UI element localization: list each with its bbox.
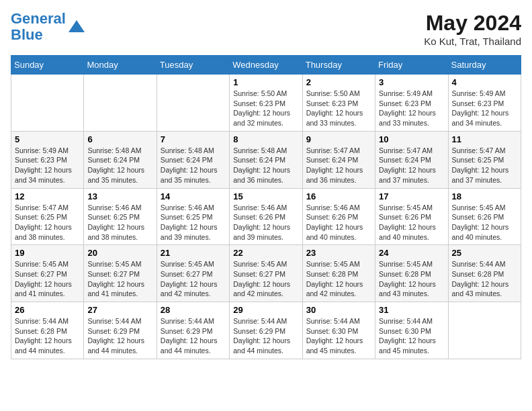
day-number: 19 — [15, 248, 80, 258]
day-info: Sunrise: 5:46 AMSunset: 6:26 PMDaylight:… — [306, 203, 371, 242]
logo: General Blue — [11, 11, 86, 43]
calendar-week-2: 5Sunrise: 5:49 AMSunset: 6:23 PMDaylight… — [11, 131, 521, 188]
day-info: Sunrise: 5:50 AMSunset: 6:23 PMDaylight:… — [233, 89, 298, 128]
day-number: 7 — [161, 134, 226, 144]
day-info: Sunrise: 5:45 AMSunset: 6:27 PMDaylight:… — [161, 259, 226, 299]
calendar-cell: 6Sunrise: 5:48 AMSunset: 6:24 PMDaylight… — [84, 131, 157, 188]
day-number: 28 — [161, 305, 226, 315]
day-number: 27 — [87, 305, 152, 315]
calendar-cell: 17Sunrise: 5:45 AMSunset: 6:26 PMDayligh… — [375, 188, 448, 245]
weekday-header-wednesday: Wednesday — [230, 56, 302, 75]
day-number: 8 — [233, 134, 298, 144]
day-info: Sunrise: 5:47 AMSunset: 6:24 PMDaylight:… — [379, 146, 444, 185]
day-info: Sunrise: 5:44 AMSunset: 6:29 PMDaylight:… — [161, 316, 226, 356]
day-number: 23 — [306, 248, 371, 258]
calendar-cell: 9Sunrise: 5:47 AMSunset: 6:24 PMDaylight… — [302, 131, 375, 188]
day-number: 2 — [306, 77, 371, 87]
calendar-week-1: 1Sunrise: 5:50 AMSunset: 6:23 PMDaylight… — [11, 75, 521, 132]
calendar-cell: 20Sunrise: 5:45 AMSunset: 6:27 PMDayligh… — [84, 245, 157, 302]
day-number: 17 — [379, 191, 444, 201]
calendar-cell: 5Sunrise: 5:49 AMSunset: 6:23 PMDaylight… — [11, 131, 84, 188]
calendar-cell: 26Sunrise: 5:44 AMSunset: 6:28 PMDayligh… — [11, 302, 84, 359]
calendar-cell: 19Sunrise: 5:45 AMSunset: 6:27 PMDayligh… — [11, 245, 84, 302]
day-number: 15 — [233, 191, 298, 201]
day-number: 30 — [306, 305, 371, 315]
month-year-title: May 2024 — [424, 11, 521, 36]
day-info: Sunrise: 5:45 AMSunset: 6:27 PMDaylight:… — [87, 259, 152, 299]
day-number: 3 — [379, 77, 444, 87]
day-number: 31 — [379, 305, 444, 315]
day-info: Sunrise: 5:45 AMSunset: 6:28 PMDaylight:… — [379, 259, 444, 299]
day-info: Sunrise: 5:45 AMSunset: 6:27 PMDaylight:… — [233, 259, 298, 299]
weekday-header-row: SundayMondayTuesdayWednesdayThursdayFrid… — [11, 56, 521, 75]
logo-general: General — [11, 10, 66, 27]
calendar-cell — [157, 75, 229, 132]
day-number: 21 — [161, 248, 226, 258]
weekday-header-sunday: Sunday — [11, 56, 84, 75]
calendar-cell: 16Sunrise: 5:46 AMSunset: 6:26 PMDayligh… — [302, 188, 375, 245]
weekday-header-monday: Monday — [84, 56, 157, 75]
calendar-cell: 12Sunrise: 5:47 AMSunset: 6:25 PMDayligh… — [11, 188, 84, 245]
logo-text: General Blue — [11, 11, 66, 43]
calendar-week-3: 12Sunrise: 5:47 AMSunset: 6:25 PMDayligh… — [11, 188, 521, 245]
logo-icon — [67, 17, 86, 36]
day-info: Sunrise: 5:49 AMSunset: 6:23 PMDaylight:… — [379, 89, 444, 128]
day-info: Sunrise: 5:48 AMSunset: 6:24 PMDaylight:… — [87, 146, 152, 185]
day-number: 12 — [15, 191, 80, 201]
calendar-cell: 3Sunrise: 5:49 AMSunset: 6:23 PMDaylight… — [375, 75, 448, 132]
day-info: Sunrise: 5:45 AMSunset: 6:28 PMDaylight:… — [306, 259, 371, 299]
calendar-cell: 2Sunrise: 5:50 AMSunset: 6:23 PMDaylight… — [302, 75, 375, 132]
day-number: 6 — [87, 134, 152, 144]
calendar-cell: 22Sunrise: 5:45 AMSunset: 6:27 PMDayligh… — [230, 245, 302, 302]
calendar-cell: 11Sunrise: 5:47 AMSunset: 6:25 PMDayligh… — [448, 131, 521, 188]
title-block: May 2024 Ko Kut, Trat, Thailand — [424, 11, 521, 47]
day-number: 10 — [379, 134, 444, 144]
day-info: Sunrise: 5:48 AMSunset: 6:24 PMDaylight:… — [161, 146, 226, 185]
day-number: 25 — [452, 248, 517, 258]
day-info: Sunrise: 5:44 AMSunset: 6:30 PMDaylight:… — [306, 316, 371, 356]
day-info: Sunrise: 5:47 AMSunset: 6:24 PMDaylight:… — [306, 146, 371, 185]
day-info: Sunrise: 5:44 AMSunset: 6:29 PMDaylight:… — [87, 316, 152, 356]
calendar-cell: 31Sunrise: 5:44 AMSunset: 6:30 PMDayligh… — [375, 302, 448, 359]
day-info: Sunrise: 5:47 AMSunset: 6:25 PMDaylight:… — [452, 146, 517, 185]
day-number: 4 — [452, 77, 517, 87]
calendar-cell: 4Sunrise: 5:49 AMSunset: 6:23 PMDaylight… — [448, 75, 521, 132]
day-info: Sunrise: 5:49 AMSunset: 6:23 PMDaylight:… — [452, 89, 517, 128]
day-number: 20 — [87, 248, 152, 258]
weekday-header-saturday: Saturday — [448, 56, 521, 75]
calendar-cell: 10Sunrise: 5:47 AMSunset: 6:24 PMDayligh… — [375, 131, 448, 188]
calendar-cell: 1Sunrise: 5:50 AMSunset: 6:23 PMDaylight… — [230, 75, 302, 132]
calendar-cell: 29Sunrise: 5:44 AMSunset: 6:29 PMDayligh… — [230, 302, 302, 359]
day-number: 22 — [233, 248, 298, 258]
calendar-week-5: 26Sunrise: 5:44 AMSunset: 6:28 PMDayligh… — [11, 302, 521, 359]
day-number: 14 — [161, 191, 226, 201]
calendar-cell — [84, 75, 157, 132]
day-number: 1 — [233, 77, 298, 87]
day-info: Sunrise: 5:45 AMSunset: 6:27 PMDaylight:… — [15, 259, 80, 299]
day-info: Sunrise: 5:46 AMSunset: 6:25 PMDaylight:… — [161, 203, 226, 242]
calendar-cell: 8Sunrise: 5:48 AMSunset: 6:24 PMDaylight… — [230, 131, 302, 188]
weekday-header-friday: Friday — [375, 56, 448, 75]
day-number: 5 — [15, 134, 80, 144]
calendar-cell: 14Sunrise: 5:46 AMSunset: 6:25 PMDayligh… — [157, 188, 229, 245]
day-number: 16 — [306, 191, 371, 201]
calendar-cell: 21Sunrise: 5:45 AMSunset: 6:27 PMDayligh… — [157, 245, 229, 302]
day-number: 18 — [452, 191, 517, 201]
calendar-cell: 28Sunrise: 5:44 AMSunset: 6:29 PMDayligh… — [157, 302, 229, 359]
day-info: Sunrise: 5:50 AMSunset: 6:23 PMDaylight:… — [306, 89, 371, 128]
calendar-week-4: 19Sunrise: 5:45 AMSunset: 6:27 PMDayligh… — [11, 245, 521, 302]
calendar-cell — [448, 302, 521, 359]
calendar-cell: 15Sunrise: 5:46 AMSunset: 6:26 PMDayligh… — [230, 188, 302, 245]
svg-marker-0 — [69, 20, 85, 32]
calendar-cell: 7Sunrise: 5:48 AMSunset: 6:24 PMDaylight… — [157, 131, 229, 188]
day-number: 13 — [87, 191, 152, 201]
location-subtitle: Ko Kut, Trat, Thailand — [424, 36, 521, 47]
weekday-header-thursday: Thursday — [302, 56, 375, 75]
calendar-cell — [11, 75, 84, 132]
day-info: Sunrise: 5:49 AMSunset: 6:23 PMDaylight:… — [15, 146, 80, 185]
day-info: Sunrise: 5:44 AMSunset: 6:30 PMDaylight:… — [379, 316, 444, 356]
day-number: 24 — [379, 248, 444, 258]
day-info: Sunrise: 5:45 AMSunset: 6:26 PMDaylight:… — [379, 203, 444, 242]
day-info: Sunrise: 5:47 AMSunset: 6:25 PMDaylight:… — [15, 203, 80, 242]
calendar-cell: 30Sunrise: 5:44 AMSunset: 6:30 PMDayligh… — [302, 302, 375, 359]
